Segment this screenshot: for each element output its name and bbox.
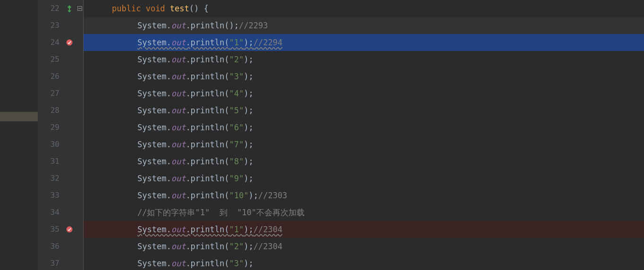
code-line[interactable]: 29System.out.println("6"); xyxy=(38,119,644,136)
fold-gutter xyxy=(76,238,84,255)
code-line[interactable]: 24System.out.println("1");//2294 xyxy=(38,34,644,51)
line-number[interactable]: 31 xyxy=(38,153,62,170)
code-text[interactable]: System.out.println("8"); xyxy=(86,153,644,170)
code-line[interactable]: 27System.out.println("4"); xyxy=(38,85,644,102)
line-number[interactable]: 37 xyxy=(38,255,62,270)
code-line[interactable]: 33System.out.println("10");//2303 xyxy=(38,187,644,204)
code-tokens: System.out.println("2");//2304 xyxy=(137,242,282,251)
token: .println( xyxy=(186,259,229,268)
code-text[interactable]: System.out.println("3"); xyxy=(86,255,644,270)
token: .println( xyxy=(186,72,229,81)
line-number[interactable]: 24 xyxy=(38,34,62,51)
line-number[interactable]: 35 xyxy=(38,221,62,238)
token: System. xyxy=(137,123,171,132)
fold-gutter xyxy=(76,255,84,270)
code-text[interactable]: System.out.println("5"); xyxy=(86,102,644,119)
token: "10" xyxy=(229,191,249,200)
token: ); xyxy=(244,106,253,115)
code-editor[interactable]: 22public void test() {23System.out.print… xyxy=(38,0,644,270)
token: out xyxy=(171,21,186,30)
token: void xyxy=(146,4,170,13)
line-number[interactable]: 33 xyxy=(38,187,62,204)
code-tokens: System.out.println("8"); xyxy=(137,157,254,166)
code-line[interactable]: 34//如下的字符串"1" 到 "10"不会再次加载 xyxy=(38,204,644,221)
line-number[interactable]: 32 xyxy=(38,170,62,187)
gutter-empty xyxy=(62,170,76,187)
token: //2293 xyxy=(239,21,268,30)
line-number[interactable]: 34 xyxy=(38,204,62,221)
gutter-empty xyxy=(62,238,76,255)
gutter-empty xyxy=(62,136,76,153)
ide-editor-root: 22public void test() {23System.out.print… xyxy=(0,0,644,270)
breakpoint-icon[interactable] xyxy=(62,221,76,238)
token: .println( xyxy=(186,55,229,64)
fold-toggle-icon[interactable] xyxy=(76,0,84,17)
token: ); xyxy=(244,225,253,234)
gutter-empty xyxy=(62,102,76,119)
code-text[interactable]: public void test() { xyxy=(86,0,644,17)
code-line[interactable]: 22public void test() { xyxy=(38,0,644,17)
token: out xyxy=(171,55,186,64)
code-line[interactable]: 30System.out.println("7"); xyxy=(38,136,644,153)
code-line[interactable]: 36System.out.println("2");//2304 xyxy=(38,238,644,255)
gutter-empty xyxy=(62,187,76,204)
token: ); xyxy=(244,174,253,183)
token: System. xyxy=(137,106,171,115)
line-number[interactable]: 26 xyxy=(38,68,62,85)
code-line[interactable]: 35System.out.println("1");//2304 xyxy=(38,221,644,238)
gutter-empty xyxy=(62,255,76,270)
code-text[interactable]: //如下的字符串"1" 到 "10"不会再次加载 xyxy=(86,204,644,221)
token: System. xyxy=(137,38,171,47)
fold-gutter xyxy=(76,170,84,187)
token: "8" xyxy=(229,157,244,166)
code-line[interactable]: 32System.out.println("9"); xyxy=(38,170,644,187)
line-number[interactable]: 27 xyxy=(38,85,62,102)
token: .println( xyxy=(186,140,229,149)
code-text[interactable]: System.out.println("2");//2304 xyxy=(86,238,644,255)
vcs-change-icon[interactable] xyxy=(62,0,76,17)
code-line[interactable]: 23System.out.println();//2293 xyxy=(38,17,644,34)
code-text[interactable]: System.out.println("7"); xyxy=(86,136,644,153)
token: //2304 xyxy=(254,225,282,234)
code-text[interactable]: System.out.println("1");//2304 xyxy=(86,221,644,238)
code-line[interactable]: 25System.out.println("2"); xyxy=(38,51,644,68)
token: System. xyxy=(137,72,171,81)
token: .println( xyxy=(186,123,229,132)
code-line[interactable]: 37System.out.println("3"); xyxy=(38,255,644,270)
fold-gutter xyxy=(76,187,84,204)
token: ); xyxy=(244,89,253,98)
line-number[interactable]: 23 xyxy=(38,17,62,34)
line-number[interactable]: 25 xyxy=(38,51,62,68)
code-line[interactable]: 31System.out.println("8"); xyxy=(38,153,644,170)
code-tokens: System.out.println("1");//2294 xyxy=(137,38,282,47)
token: ); xyxy=(248,191,258,200)
line-number[interactable]: 30 xyxy=(38,136,62,153)
fold-gutter xyxy=(76,17,84,34)
token: System. xyxy=(137,55,171,64)
code-text[interactable]: System.out.println("2"); xyxy=(86,51,644,68)
fold-gutter xyxy=(76,153,84,170)
token: "3" xyxy=(229,72,244,81)
code-text[interactable]: System.out.println();//2293 xyxy=(86,17,644,34)
code-tokens: System.out.println("7"); xyxy=(137,140,254,149)
code-text[interactable]: System.out.println("1");//2294 xyxy=(86,34,644,51)
line-number[interactable]: 29 xyxy=(38,119,62,136)
line-number[interactable]: 22 xyxy=(38,0,62,17)
gutter-empty xyxy=(62,204,76,221)
token: out xyxy=(171,174,186,183)
code-text[interactable]: System.out.println("6"); xyxy=(86,119,644,136)
code-text[interactable]: System.out.println("3"); xyxy=(86,68,644,85)
breakpoint-icon[interactable] xyxy=(62,34,76,51)
token: out xyxy=(171,106,186,115)
code-line[interactable]: 26System.out.println("3"); xyxy=(38,68,644,85)
fold-gutter xyxy=(76,204,84,221)
token: out xyxy=(171,242,186,251)
code-text[interactable]: System.out.println("10");//2303 xyxy=(86,187,644,204)
token: out xyxy=(171,259,186,268)
line-number[interactable]: 28 xyxy=(38,102,62,119)
line-number[interactable]: 36 xyxy=(38,238,62,255)
code-line[interactable]: 28System.out.println("5"); xyxy=(38,102,644,119)
code-text[interactable]: System.out.println("9"); xyxy=(86,170,644,187)
code-text[interactable]: System.out.println("4"); xyxy=(86,85,644,102)
fold-gutter xyxy=(76,34,84,51)
